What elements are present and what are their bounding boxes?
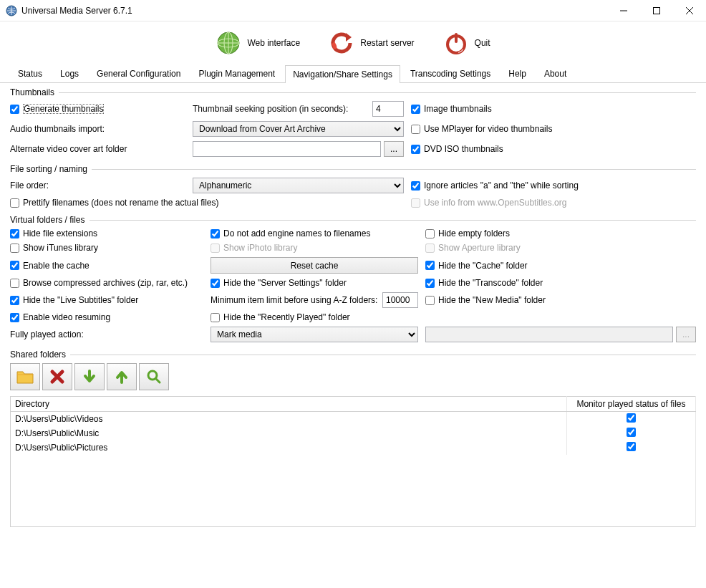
fully-played-path-input <box>425 327 673 342</box>
fully-played-browse-button: ... <box>676 327 696 342</box>
column-monitor[interactable]: Monitor played status of files <box>567 397 696 412</box>
alt-cover-browse-button[interactable]: ... <box>384 141 404 157</box>
x-icon <box>49 369 65 385</box>
column-directory[interactable]: Directory <box>11 397 567 412</box>
tab-bar: Status Logs General Configuration Plugin… <box>0 64 706 83</box>
group-shared: Shared folders <box>10 350 696 360</box>
monitor-cell <box>567 440 696 455</box>
audio-import-select[interactable]: Download from Cover Art Archive <box>193 121 404 137</box>
main-toolbar: Web interface Restart server Quit <box>0 21 706 64</box>
globe-icon <box>216 30 241 56</box>
svg-rect-11 <box>455 33 458 43</box>
tab-about[interactable]: About <box>536 64 574 82</box>
reset-cache-button[interactable]: Reset cache <box>211 257 418 274</box>
aperture-checkbox: Show Aperture library <box>425 243 696 253</box>
generate-thumbnails-checkbox[interactable]: Generate thumbnails <box>10 104 185 114</box>
min-item-label: Minimum item limit before using A-Z fold… <box>211 295 378 305</box>
thumbnail-seek-label: Thumbnail seeking position (in seconds): <box>193 104 368 114</box>
directory-cell: D:\Users\Public\Music <box>11 426 567 440</box>
enable-resume-checkbox[interactable]: Enable video resuming <box>10 312 203 322</box>
file-order-select[interactable]: Alphanumeric <box>193 178 404 193</box>
browse-archives-checkbox[interactable]: Browse compressed archives (zip, rar, et… <box>10 278 203 288</box>
hide-transcode-checkbox[interactable]: Hide the "Transcode" folder <box>425 278 696 288</box>
alt-cover-label: Alternate video cover art folder <box>10 144 185 154</box>
power-icon <box>443 30 469 56</box>
tab-help[interactable]: Help <box>501 64 534 82</box>
scan-button[interactable] <box>139 363 169 390</box>
group-virtual: Virtual folders / files <box>10 215 696 226</box>
monitor-checkbox[interactable] <box>627 413 636 423</box>
tab-navigation[interactable]: Navigation/Share Settings <box>285 65 400 83</box>
hide-empty-checkbox[interactable]: Hide empty folders <box>425 228 696 238</box>
table-row[interactable]: D:\Users\Public\Videos <box>11 412 696 427</box>
hide-server-settings-checkbox[interactable]: Hide the "Server Settings" folder <box>211 278 418 288</box>
prettify-checkbox[interactable]: Prettify filenames (does not rename the … <box>10 198 404 208</box>
add-folder-button[interactable] <box>10 363 40 390</box>
image-thumbnails-checkbox[interactable]: Image thumbnails <box>411 104 696 114</box>
arrow-down-icon <box>82 369 97 385</box>
tab-logs[interactable]: Logs <box>52 64 87 82</box>
window-title: Universal Media Server 6.7.1 <box>21 6 607 16</box>
file-order-label: File order: <box>10 180 185 191</box>
monitor-checkbox[interactable] <box>627 428 636 437</box>
tab-general[interactable]: General Configuration <box>89 64 188 82</box>
dvd-iso-checkbox[interactable]: DVD ISO thumbnails <box>411 144 696 154</box>
monitor-checkbox[interactable] <box>627 442 636 451</box>
fully-played-label: Fully played action: <box>10 329 203 339</box>
no-engine-names-checkbox[interactable]: Do not add engine names to filenames <box>211 228 418 238</box>
hide-recently-played-checkbox[interactable]: Hide the "Recently Played" folder <box>211 312 418 322</box>
web-interface-button[interactable]: Web interface <box>216 30 300 56</box>
fully-played-select[interactable]: Mark media <box>211 327 418 342</box>
directory-cell: D:\Users\Public\Videos <box>11 412 567 427</box>
quit-label: Quit <box>475 38 490 48</box>
shared-folders-table: Directory Monitor played status of files… <box>10 396 696 527</box>
tab-plugin[interactable]: Plugin Management <box>190 64 283 82</box>
table-row[interactable]: D:\Users\Public\Music <box>11 426 696 440</box>
min-item-input[interactable] <box>382 292 418 308</box>
app-icon <box>6 5 17 16</box>
monitor-cell <box>567 426 696 440</box>
mplayer-checkbox[interactable]: Use MPlayer for video thumbnails <box>411 124 696 134</box>
iphoto-checkbox: Show iPhoto library <box>211 243 418 253</box>
search-icon <box>146 369 162 385</box>
hide-new-media-checkbox[interactable]: Hide the "New Media" folder <box>425 295 696 305</box>
tab-content: Thumbnails Generate thumbnails Thumbnail… <box>0 83 706 537</box>
thumbnail-seek-input[interactable] <box>372 101 404 117</box>
move-down-button[interactable] <box>74 363 105 390</box>
hide-live-subs-checkbox[interactable]: Hide the "Live Subtitles" folder <box>10 295 203 305</box>
shared-folder-toolbar <box>10 360 696 396</box>
itunes-checkbox[interactable]: Show iTunes library <box>10 243 203 253</box>
svg-line-14 <box>156 379 160 382</box>
hide-cache-checkbox[interactable]: Hide the "Cache" folder <box>425 261 696 271</box>
remove-folder-button[interactable] <box>42 363 72 390</box>
web-interface-label: Web interface <box>247 38 300 48</box>
folder-icon <box>16 369 34 385</box>
titlebar: Universal Media Server 6.7.1 <box>0 0 706 21</box>
hide-extensions-checkbox[interactable]: Hide file extensions <box>10 228 203 238</box>
table-row[interactable]: D:\Users\Public\Pictures <box>11 440 696 455</box>
restart-icon <box>329 30 354 56</box>
close-button[interactable] <box>673 0 706 21</box>
arrow-up-icon <box>114 369 130 385</box>
group-thumbnails: Thumbnails <box>10 87 696 98</box>
tab-transcoding[interactable]: Transcoding Settings <box>402 64 498 82</box>
audio-import-label: Audio thumbnails import: <box>10 124 185 134</box>
directory-cell: D:\Users\Public\Pictures <box>11 440 567 455</box>
enable-cache-checkbox[interactable]: Enable the cache <box>10 261 203 271</box>
move-up-button[interactable] <box>107 363 137 390</box>
group-sorting: File sorting / naming <box>10 164 696 175</box>
monitor-cell <box>567 412 696 427</box>
restart-server-label: Restart server <box>360 38 414 48</box>
maximize-button[interactable] <box>640 0 673 21</box>
minimize-button[interactable] <box>607 0 640 21</box>
tab-status[interactable]: Status <box>10 64 50 82</box>
quit-button[interactable]: Quit <box>443 30 490 56</box>
alt-cover-input[interactable] <box>193 141 381 157</box>
opensubtitles-checkbox: Use info from www.OpenSubtitles.org <box>411 198 696 208</box>
svg-rect-2 <box>654 7 660 14</box>
restart-server-button[interactable]: Restart server <box>329 30 414 56</box>
ignore-articles-checkbox[interactable]: Ignore articles "a" and "the" while sort… <box>411 180 696 191</box>
